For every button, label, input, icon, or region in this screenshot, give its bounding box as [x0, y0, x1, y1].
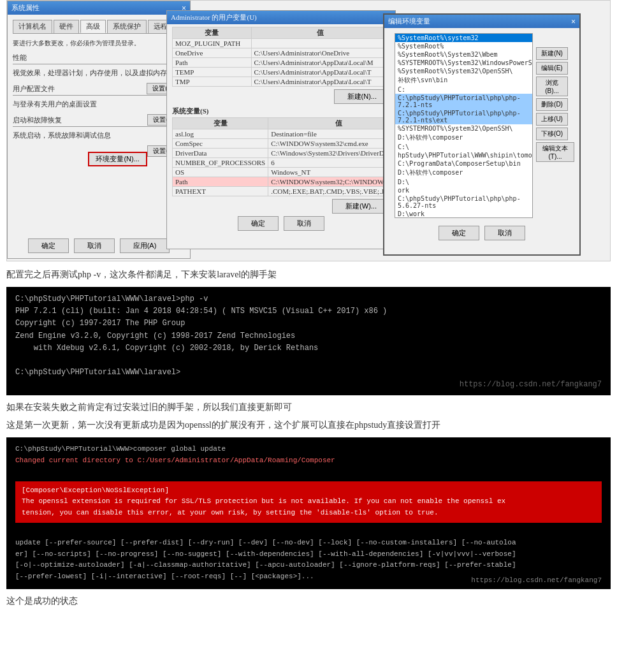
var-cell: asl.log [173, 129, 268, 139]
startup-text: 系统启动，系统故障和调试信息 [13, 131, 185, 140]
var-cell: OS [173, 168, 268, 177]
table-row[interactable]: DriverData C:\Windows\System32\Drivers\D… [173, 149, 409, 158]
col-val-header: 值 [251, 27, 390, 39]
table-row[interactable]: Path C:\Users\Administrator\AppData\Loca… [173, 58, 390, 68]
cancel-btn[interactable]: 取消 [74, 238, 115, 253]
tab-hardware[interactable]: 硬件 [54, 20, 79, 33]
tab-computer-name[interactable]: 计算机名 [13, 20, 52, 33]
apply-btn[interactable]: 应用(A) [120, 238, 170, 253]
table-row[interactable]: ComSpec C:\WINDOWS\system32\cmd.exe [173, 139, 409, 149]
composer-dir-line: Changed current directory to C:/Users/Ad… [15, 455, 602, 467]
user-vars-tbody: MOZ_PLUGIN_PATH OneDrive C:\Users\Admini… [173, 39, 390, 87]
table-row[interactable]: TEMP C:\Users\Administrator\AppData\Loca… [173, 68, 390, 77]
terminal-line-6 [15, 354, 602, 367]
list-item[interactable]: C:\ProgramData\ComposerSetup\bin [395, 159, 532, 168]
edit-ok-btn[interactable]: 确定 [439, 226, 479, 240]
perf-label: 性能 [13, 53, 185, 64]
val-cell: C:\Users\Administrator\AppData\Local\T [251, 77, 390, 87]
sys-props-tabs: 计算机名 硬件 高级 系统保护 远程 [13, 20, 185, 34]
edit-var-list[interactable]: %SystemRoot%\system32 %SystemRoot% %Syst… [395, 33, 533, 218]
col-var-header: 变量 [173, 27, 252, 39]
terminal2-line5: [-o|--optimize-autoloader] [-a|--classma… [15, 560, 602, 571]
list-item[interactable]: %SystemRoot%\system32 [395, 34, 532, 42]
env-vars-title: Administrator 的用户变量(U) [171, 13, 257, 22]
var-cell: ComSpec [173, 139, 268, 149]
edit-var-bottom: 确定 取消 [384, 223, 579, 243]
env-cancel-btn[interactable]: 取消 [284, 216, 324, 231]
var-cell: Path [173, 58, 252, 68]
terminal-line-2: PHP 7.2.1 (cli) (built: Jan 4 2018 04:28… [15, 305, 602, 318]
var-cell: DriverData [173, 149, 268, 158]
sys-vars-label: 系统变量(S) [172, 106, 390, 116]
ok-btn[interactable]: 确定 [28, 238, 69, 253]
list-item[interactable]: D:\work [395, 210, 532, 218]
edit-text-btn[interactable]: 编辑文本(T)... [536, 142, 574, 162]
sys-props-bottom-buttons: 确定 取消 应用(A) [8, 238, 190, 253]
list-item[interactable]: D:\补软件\composer [395, 133, 532, 143]
list-item[interactable]: %SystemRoot% [395, 42, 532, 50]
list-item[interactable]: C: [395, 85, 532, 94]
list-item-highlighted[interactable]: C:\phpStudy\PHPTutorial\php\php-7.2.1-nt… [395, 94, 532, 109]
val-cell [251, 39, 390, 48]
tab-advanced[interactable]: 高级 [80, 20, 106, 33]
edit-cancel-btn[interactable]: 取消 [484, 226, 525, 240]
edit-var-title: 编辑环境变量 [388, 17, 430, 26]
edit-delete-btn[interactable]: 删除(D) [536, 98, 568, 111]
edit-new-btn[interactable]: 新建(N) [536, 47, 568, 60]
terminal-line-3: Copyright (c) 1997-2017 The PHP Group [15, 318, 602, 330]
var-cell: TMP [173, 77, 252, 87]
error-body: The openssl extension is required for SS… [22, 496, 595, 518]
edit-browse-btn[interactable]: 浏览(B)... [536, 77, 568, 96]
edit-down-btn[interactable]: 下移(O) [536, 128, 568, 140]
desc4: 这个是成功的状态 [6, 595, 611, 607]
list-item[interactable]: D:\ [395, 178, 532, 186]
tab-system-protection[interactable]: 系统保护 [107, 20, 147, 33]
list-item[interactable]: %SYSTEMROOT%\System32\WindowsPowerShell\… [395, 59, 532, 67]
edit-up-btn[interactable]: 上移(U) [536, 113, 568, 126]
composer-cmd-line: C:\phpStudy\PHPTutorial\WWW>composer glo… [15, 444, 602, 455]
table-row-highlighted[interactable]: Path C:\WINDOWS\system32;C:\WINDOWS;C: [173, 177, 409, 187]
terminal2-line4: er] [--no-scripts] [--no-progress] [--no… [15, 549, 602, 560]
list-item[interactable]: ork [395, 186, 532, 194]
edit-side-buttons: 新建(N) 编辑(E) 浏览(B)... 删除(D) 上移(U) 下移(O) 编… [536, 47, 574, 162]
terminal2-content: C:\phpStudy\PHPTutorial\WWW>composer glo… [15, 444, 602, 583]
terminal2: C:\phpStudy\PHPTutorial\WWW>composer glo… [6, 437, 611, 589]
terminal-line-1: C:\phpStudy\PHPTutorial\WWW\laravel>php … [15, 293, 602, 305]
list-item[interactable]: %SystemRoot%\System32\OpenSSH\ [395, 67, 532, 75]
table-row[interactable]: TMP C:\Users\Administrator\AppData\Local… [173, 77, 390, 87]
list-item[interactable]: %SYSTEMROOT%\System32\OpenSSH\ [395, 124, 532, 133]
table-row[interactable]: OS Windows_NT [173, 168, 409, 177]
table-row[interactable]: NUMBER_OF_PROCESSORS 6 [173, 158, 409, 168]
admin-notice: 要进行大多数更改，你必须作为管理员登录。 [13, 39, 185, 48]
user-vars-table: 变量 值 MOZ_PLUGIN_PATH OneDrive C:\Users\A… [172, 27, 390, 87]
val-cell: C:\Users\Administrator\OneDrive [251, 48, 390, 58]
desc1: 配置完之后再测试php -v，这次条件都满足，下来安装laravel的脚手架 [6, 269, 611, 281]
list-item[interactable]: hpStudy\PHPTutorial\WWW\shipin\tomototv [395, 151, 532, 159]
edit-var-close[interactable]: × [571, 17, 576, 26]
new-sys-var-btn[interactable]: 新建(W)... [332, 199, 390, 214]
env-ok-btn[interactable]: 确定 [238, 216, 279, 231]
table-row[interactable]: asl.log Destination=file [173, 129, 409, 139]
perf-text: 视觉效果，处理器计划，内存使用，以及虚拟内存 [13, 68, 185, 78]
val-cell: C:\Users\Administrator\AppData\Local\T [251, 68, 390, 77]
list-item[interactable]: D:\补软件\composer [395, 168, 532, 178]
table-row[interactable]: PATHEXT .COM;.EXE;.BAT;.CMD;.VBS;.VBE;.J… [173, 187, 409, 196]
sys-props-title: 系统属性 [11, 3, 40, 13]
edit-var-titlebar: 编辑环境变量 × [384, 15, 579, 28]
table-row[interactable]: MOZ_PLUGIN_PATH [173, 39, 390, 48]
list-item-highlighted[interactable]: C:\phpStudy\PHPTutorial\php\php-7.2.1-nt… [395, 109, 532, 124]
table-row[interactable]: OneDrive C:\Users\Administrator\OneDrive [173, 48, 390, 58]
list-item[interactable]: %SystemRoot%\System32\Wbem [395, 50, 532, 59]
terminal1-watermark: https://blog.csdn.net/fangkang7 [460, 380, 602, 389]
error-title: [Composer\Exception\NoSslException] [22, 485, 595, 497]
terminal-line-7: C:\phpStudy\PHPTutorial\WWW\laravel> [15, 367, 602, 379]
list-item[interactable]: 补软件\svn\bin [395, 75, 532, 85]
sys-props-window: 系统属性 × 计算机名 硬件 高级 系统保护 远程 要进行大多数更改，你必须作为… [7, 1, 191, 259]
list-item[interactable]: C:\phpStudy\PHPTutorial\php\php-5.6.27-n… [395, 194, 532, 210]
list-item[interactable]: C:\ [395, 143, 532, 151]
env-vars-btn[interactable]: 环境变量(N)... [88, 152, 147, 166]
edit-edit-btn[interactable]: 编辑(E) [536, 62, 568, 75]
terminal-line: C:\phpStudy\PHPTutorial\WWW\laravel>php … [15, 293, 602, 379]
sys-props-titlebar: 系统属性 × [8, 1, 190, 15]
new-user-var-btn[interactable]: 新建(N)... [334, 89, 390, 104]
